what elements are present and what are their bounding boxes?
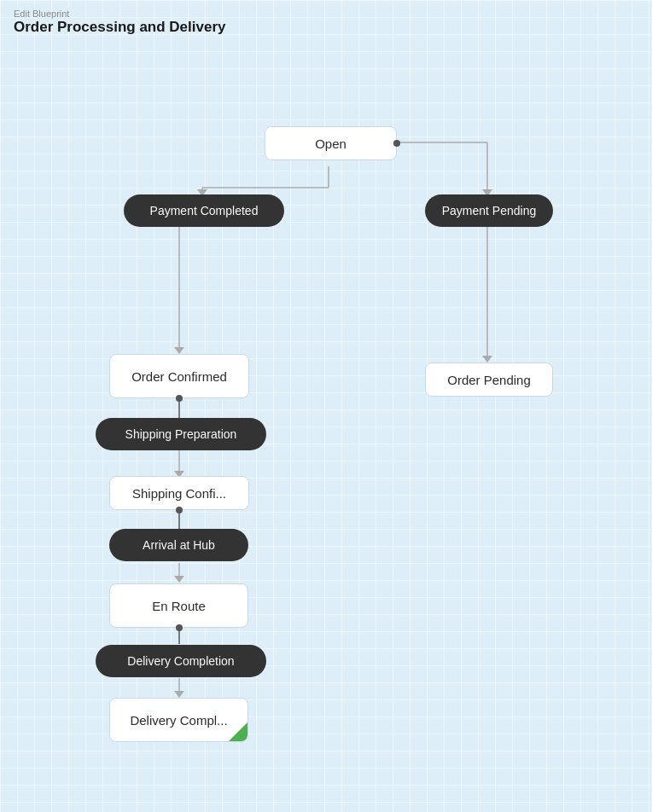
- shipping-confirmation-node[interactable]: Shipping Confi...: [109, 476, 249, 510]
- en-route-label: En Route: [152, 599, 206, 613]
- svg-marker-20: [174, 691, 184, 698]
- delivery-complete-node[interactable]: Delivery Compl...: [109, 698, 248, 742]
- payment-pending-label: Payment Pending: [442, 204, 537, 218]
- open-node-label: Open: [315, 136, 346, 151]
- order-confirmed-bottom-dot: [176, 395, 183, 402]
- payment-completed-node[interactable]: Payment Completed: [124, 194, 284, 227]
- shipping-confirmation-label: Shipping Confi...: [132, 486, 226, 501]
- order-pending-node[interactable]: Order Pending: [425, 362, 553, 397]
- en-route-node[interactable]: En Route: [109, 583, 248, 628]
- shipping-confirmation-bottom-dot: [176, 507, 183, 513]
- delivery-completion-node[interactable]: Delivery Completion: [96, 645, 266, 677]
- shipping-preparation-label: Shipping Preparation: [125, 427, 237, 441]
- canvas: Edit Blueprint Order Processing and Deli…: [0, 0, 652, 812]
- payment-completed-label: Payment Completed: [150, 204, 259, 218]
- arrival-at-hub-node[interactable]: Arrival at Hub: [109, 529, 248, 561]
- header: Edit Blueprint Order Processing and Deli…: [0, 0, 240, 44]
- page-title: Order Processing and Delivery: [14, 19, 226, 36]
- delivery-complete-label: Delivery Compl...: [130, 713, 227, 728]
- shipping-preparation-node[interactable]: Shipping Preparation: [96, 418, 266, 450]
- svg-marker-17: [174, 576, 184, 583]
- svg-marker-9: [174, 347, 184, 354]
- connectors: [0, 0, 652, 812]
- arrival-at-hub-label: Arrival at Hub: [143, 538, 215, 552]
- order-confirmed-label: Order Confirmed: [131, 369, 227, 384]
- svg-marker-11: [482, 356, 492, 362]
- open-node-right-dot: [393, 140, 400, 147]
- order-pending-label: Order Pending: [447, 373, 531, 387]
- green-corner-indicator: [229, 722, 247, 741]
- open-node[interactable]: Open: [265, 126, 397, 160]
- order-confirmed-node[interactable]: Order Confirmed: [109, 354, 249, 398]
- delivery-completion-label: Delivery Completion: [127, 654, 234, 668]
- en-route-bottom-dot: [176, 624, 183, 631]
- payment-pending-node[interactable]: Payment Pending: [425, 194, 553, 227]
- edit-blueprint-label: Edit Blueprint: [14, 9, 226, 19]
